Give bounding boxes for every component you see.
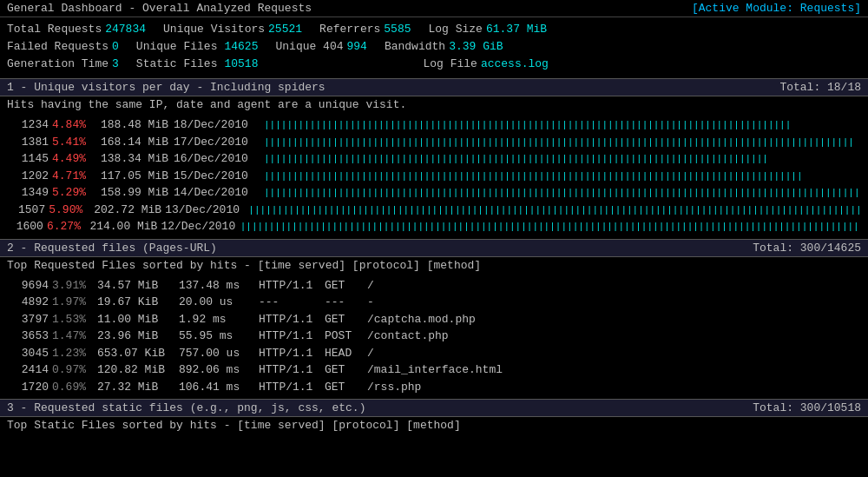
stats-row-3: Generation Time 3 Static Files 10518 Log… <box>7 56 861 73</box>
time-value: 106.41 ms <box>179 379 255 396</box>
size-value: 23.96 MiB <box>97 328 175 345</box>
time-value: 20.00 us <box>179 294 255 311</box>
hits-value: 3797 <box>7 311 49 328</box>
pct-value: 0.97% <box>52 361 94 379</box>
path-value: / <box>367 345 374 362</box>
pct-value: 1.23% <box>52 345 94 362</box>
time-value: 1.92 ms <box>179 311 255 328</box>
proto-value: HTTP/1.1 <box>259 328 321 345</box>
size-value: 168.14 MiB <box>101 134 170 151</box>
pct-value: 6.27% <box>47 218 86 235</box>
bar-value: ||||||||||||||||||||||||||||||||||||||||… <box>264 152 768 167</box>
bar-value: ||||||||||||||||||||||||||||||||||||||||… <box>248 203 861 218</box>
hits-value: 1600 <box>7 218 43 235</box>
log-size-stat: Log Size 61.37 MiB <box>429 21 548 38</box>
path-value: /captcha.mod.php <box>367 311 476 328</box>
hits-value: 1349 <box>7 184 49 202</box>
size-value: 11.00 MiB <box>97 311 175 328</box>
bandwidth-stat: Bandwidth 3.39 GiB <box>385 38 503 56</box>
bar-value: ||||||||||||||||||||||||||||||||||||||||… <box>264 169 803 184</box>
section2-header: 2 - Requested files (Pages-URL) Total: 3… <box>0 239 868 257</box>
section3-title: 3 - Requested static files (e.g., png, j… <box>7 401 365 414</box>
path-value: - <box>367 294 374 311</box>
section3-total: Total: 300/10518 <box>753 401 861 414</box>
pct-value: 1.97% <box>52 294 94 311</box>
section2-title: 2 - Requested files (Pages-URL) <box>7 242 217 255</box>
size-value: 27.32 MiB <box>97 379 175 396</box>
method-value: GET <box>325 361 364 379</box>
bar-value: ||||||||||||||||||||||||||||||||||||||||… <box>240 220 861 235</box>
size-value: 120.82 MiB <box>97 361 175 379</box>
time-value: 55.95 ms <box>179 328 255 345</box>
stats-row-1: Total Requests 247834 Unique Visitors 25… <box>7 21 861 38</box>
header-title: General Dashboard - Overall Analyzed Req… <box>7 2 312 15</box>
hits-value: 3653 <box>7 328 49 345</box>
hits-value: 1507 <box>7 202 45 219</box>
unique-files-stat: Unique Files 14625 <box>136 38 259 56</box>
section3-desc: Top Static Files sorted by hits - [time … <box>0 417 868 435</box>
section1-data: 12344.84%188.48 MiB18/Dec/2010||||||||||… <box>0 115 868 239</box>
time-value: 892.06 ms <box>179 361 255 379</box>
date-value: 18/Dec/2010 <box>174 116 260 134</box>
hits-value: 1202 <box>7 168 49 185</box>
hits-value: 1720 <box>7 379 49 396</box>
path-value: /mail_interface.html <box>367 361 503 379</box>
path-value: / <box>367 277 374 295</box>
hits-value: 4892 <box>7 294 49 311</box>
path-value: /rss.php <box>367 379 421 396</box>
method-value: GET <box>325 379 364 396</box>
table-row: 24140.97%120.82 MiB892.06 msHTTP/1.1GET/… <box>7 361 861 379</box>
time-value: 757.00 us <box>179 345 255 362</box>
table-row: 11454.49%138.34 MiB16/Dec/2010||||||||||… <box>7 150 861 168</box>
section1-total: Total: 18/18 <box>779 81 861 94</box>
size-value: 158.99 MiB <box>101 184 170 202</box>
path-value: /contact.php <box>367 328 449 345</box>
pct-value: 4.71% <box>52 168 97 185</box>
pct-value: 4.49% <box>52 150 97 168</box>
pct-value: 5.90% <box>49 202 90 219</box>
method-value: POST <box>325 328 364 345</box>
hits-value: 1145 <box>7 150 49 168</box>
size-value: 653.07 KiB <box>97 345 175 362</box>
section1-header: 1 - Unique visitors per day - Including … <box>0 78 868 96</box>
hits-value: 3045 <box>7 345 49 362</box>
stats-area: Total Requests 247834 Unique Visitors 25… <box>0 17 868 78</box>
size-value: 138.34 MiB <box>101 150 170 168</box>
table-row: 37971.53%11.00 MiB 1.92 msHTTP/1.1GET/ca… <box>7 311 861 328</box>
proto-value: HTTP/1.1 <box>259 311 321 328</box>
table-row: 12024.71%117.05 MiB15/Dec/2010||||||||||… <box>7 168 861 185</box>
section2-total: Total: 300/14625 <box>753 242 861 255</box>
size-value: 214.00 MiB <box>89 218 157 235</box>
date-value: 16/Dec/2010 <box>174 150 260 168</box>
static-files-stat: Static Files 10518 <box>136 56 259 73</box>
date-value: 13/Dec/2010 <box>165 202 245 219</box>
table-row: 13815.41%168.14 MiB17/Dec/2010||||||||||… <box>7 134 861 151</box>
header-bar: General Dashboard - Overall Analyzed Req… <box>0 0 868 17</box>
table-row: 30451.23%653.07 KiB757.00 usHTTP/1.1HEAD… <box>7 345 861 362</box>
section2-data: 96943.91%34.57 MiB137.48 msHTTP/1.1GET/4… <box>0 275 868 400</box>
hits-value: 1381 <box>7 134 49 151</box>
bar-value: ||||||||||||||||||||||||||||||||||||||||… <box>264 118 791 133</box>
proto-value: HTTP/1.1 <box>259 379 321 396</box>
unique-404-stat: Unique 404 994 <box>275 38 366 56</box>
method-value: --- <box>325 294 364 311</box>
proto-value: --- <box>259 294 321 311</box>
pct-value: 1.53% <box>52 311 94 328</box>
hits-value: 2414 <box>7 361 49 379</box>
pct-value: 1.47% <box>52 328 94 345</box>
bar-value: ||||||||||||||||||||||||||||||||||||||||… <box>264 136 854 150</box>
table-row: 36531.47%23.96 MiB 55.95 msHTTP/1.1POST/… <box>7 328 861 345</box>
failed-requests-stat: Failed Requests 0 <box>7 38 119 56</box>
size-value: 202.72 MiB <box>94 202 161 219</box>
size-value: 117.05 MiB <box>101 168 170 185</box>
stats-row-2: Failed Requests 0 Unique Files 14625 Uni… <box>7 38 861 56</box>
pct-value: 5.29% <box>52 184 97 202</box>
date-value: 15/Dec/2010 <box>174 168 260 185</box>
table-row: 16006.27%214.00 MiB12/Dec/2010||||||||||… <box>7 218 861 235</box>
active-module: [Active Module: Requests] <box>692 2 861 15</box>
size-value: 19.67 KiB <box>97 294 175 311</box>
log-file-stat: Log File access.log <box>423 56 548 73</box>
total-requests-stat: Total Requests 247834 <box>7 21 146 38</box>
table-row: 96943.91%34.57 MiB137.48 msHTTP/1.1GET/ <box>7 277 861 295</box>
referrers-stat: Referrers 5585 <box>319 21 411 38</box>
